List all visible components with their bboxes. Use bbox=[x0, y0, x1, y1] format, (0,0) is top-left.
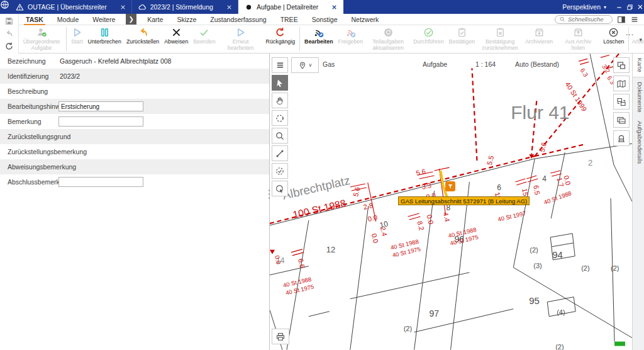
menu-item-zustandserfassung[interactable]: Zustandserfassung bbox=[203, 14, 273, 25]
form-row-abschlussbemerkung: Abschlussbemerkung bbox=[0, 174, 269, 189]
map-pin-dropdown[interactable]: ∨ bbox=[291, 57, 319, 73]
toolbar-button-bearbeiten[interactable]: Bearbeiten bbox=[302, 25, 335, 53]
tab-outage[interactable]: OUTAGE | Übersichtsreiter bbox=[9, 0, 132, 14]
menu-item-task[interactable]: TASK bbox=[19, 14, 50, 25]
rotate-selection-tool[interactable] bbox=[272, 110, 288, 126]
map-parcel-number: (2) bbox=[404, 325, 412, 332]
toolbar-overflow-dots[interactable]: ... bbox=[626, 28, 634, 37]
toolbar-button-label: Bearbeiten bbox=[304, 39, 333, 45]
close-tab-icon[interactable] bbox=[331, 4, 338, 11]
search-icon bbox=[559, 16, 565, 23]
overview-map-button[interactable] bbox=[613, 76, 630, 91]
map-print-button[interactable] bbox=[272, 329, 289, 344]
quick-search-box[interactable] bbox=[555, 15, 613, 24]
toolbar-button-durchfuehren[interactable]: Durchführen bbox=[411, 25, 446, 53]
city-buildings-icon bbox=[616, 133, 626, 144]
toolbar-button-start[interactable]: Start bbox=[69, 25, 86, 53]
toolbar-button-aus-archiv-holen[interactable]: Aus Archiv holen bbox=[555, 25, 601, 53]
map-label-red: 0.0 bbox=[274, 255, 282, 265]
printer-icon bbox=[275, 332, 286, 342]
measure-tool[interactable] bbox=[272, 145, 288, 161]
images-button[interactable] bbox=[613, 112, 630, 128]
sync-views-button[interactable] bbox=[613, 94, 630, 110]
tab-stoermeldung[interactable]: 2023/2 | Störmeldung bbox=[132, 0, 238, 14]
toolbar-button-erneut-bearbeiten[interactable]: Erneut bearbeiten bbox=[218, 25, 264, 53]
map-line bbox=[516, 182, 526, 185]
form-row-identifizierung: Identifizierung2023/2 bbox=[0, 69, 269, 84]
toolbar-button-unterbrechen[interactable]: Unterbrechen bbox=[86, 25, 124, 53]
layout-views-button[interactable] bbox=[613, 57, 630, 73]
bearbeitungshinweis-input[interactable] bbox=[58, 101, 143, 111]
map-line bbox=[580, 62, 589, 64]
select-tool[interactable] bbox=[272, 75, 288, 91]
menu-item-tree[interactable]: TREE bbox=[274, 14, 305, 25]
close-tab-icon[interactable] bbox=[226, 4, 233, 11]
tab-aufgabe[interactable]: Aufgabe | Detailreiter bbox=[238, 0, 343, 14]
map-auto-mode[interactable]: Auto (Bestand) bbox=[515, 60, 559, 68]
reject-x-icon bbox=[171, 27, 182, 38]
toolbar-separator bbox=[66, 27, 67, 51]
left-rail bbox=[0, 14, 19, 54]
map-label-gray: 2 bbox=[588, 158, 592, 167]
menu-item-sonstige[interactable]: Sonstige bbox=[305, 14, 345, 25]
toolbar-button-bestaetigung-zuruecknehmen[interactable]: Bestätigung zurücknehmen bbox=[477, 25, 523, 53]
menu-item-netzwerk[interactable]: Netzwerk bbox=[345, 14, 386, 25]
side-tab-karte[interactable]: Karte bbox=[633, 54, 644, 77]
minimize-button[interactable] bbox=[615, 3, 623, 11]
save-button[interactable] bbox=[4, 16, 14, 26]
verify-dashed-icon bbox=[275, 166, 285, 176]
verify-selection-tool[interactable] bbox=[272, 163, 288, 179]
field-label: Bemerkung bbox=[8, 118, 42, 125]
menu-item-skizze[interactable]: Skizze bbox=[170, 14, 203, 25]
toolbar-button-uebergeordnete-aufgabe[interactable]: Übergeordnete Aufgabe bbox=[19, 25, 64, 53]
map-parcel-number: 4 bbox=[542, 174, 547, 183]
side-tab-aufgabendetails[interactable]: Aufgabendetails bbox=[633, 116, 644, 168]
toolbar-button-abweisen[interactable]: Abweisen bbox=[162, 25, 191, 53]
toolbar-button-bestaetigen[interactable]: Bestätigen bbox=[447, 25, 478, 53]
pan-tool[interactable] bbox=[272, 93, 288, 108]
menu-item-module[interactable]: Module bbox=[50, 14, 86, 25]
select-cursor-icon bbox=[275, 78, 285, 88]
delete-circle-icon bbox=[608, 27, 619, 38]
menu-expand-button[interactable]: ❯ bbox=[126, 14, 136, 25]
right-side-tab-strip: KarteDokumenteAufgabendetails bbox=[632, 54, 644, 350]
lasso-select-tool[interactable] bbox=[272, 181, 288, 196]
toolbar-button-loeschen[interactable]: Löschen bbox=[601, 25, 626, 53]
toolbar-button-teilaufgaben-aktualisieren[interactable]: Teilaufgaben aktualisieren bbox=[365, 25, 411, 53]
subtask-person-icon bbox=[36, 27, 47, 38]
undo-soft-button[interactable] bbox=[4, 29, 14, 38]
refresh-button[interactable] bbox=[4, 42, 14, 51]
toolbar-button-archivieren[interactable]: Archivieren bbox=[523, 25, 555, 53]
close-window-button[interactable] bbox=[636, 3, 644, 11]
unconfirm-clipboard-icon bbox=[495, 27, 506, 38]
map-scale-value[interactable]: 1 : 164 bbox=[475, 60, 496, 68]
toolbar-button-rueckgaengig[interactable]: Rückgängig bbox=[264, 25, 297, 53]
menu-item-weitere[interactable]: Weitere bbox=[86, 14, 122, 25]
map-line bbox=[451, 182, 470, 350]
map-view[interactable]: Flur 41Albrechtplatz142121086496979495(2… bbox=[270, 54, 632, 350]
map-layers-menu-button[interactable] bbox=[272, 57, 288, 73]
perspectives-dropdown[interactable]: Perspektiven ▾ bbox=[556, 3, 613, 11]
close-tab-icon[interactable] bbox=[119, 4, 126, 11]
city-model-button[interactable] bbox=[613, 130, 630, 146]
map-label-gray: Albrechtplatz bbox=[281, 174, 351, 202]
search-input[interactable] bbox=[568, 16, 608, 23]
toolbar-chevron-icon[interactable]: ▾ bbox=[639, 37, 642, 43]
confirm-clipboard-icon bbox=[457, 27, 467, 38]
abschlussbemerkung-input[interactable] bbox=[58, 177, 143, 187]
side-tab-dokumente[interactable]: Dokumente bbox=[633, 77, 644, 117]
selected-feature-marker[interactable] bbox=[445, 181, 455, 191]
toolbar-button-beenden[interactable]: Beenden bbox=[191, 25, 218, 53]
hamburger-menu-icon[interactable] bbox=[630, 15, 639, 24]
panel-toggle-icon[interactable] bbox=[617, 15, 626, 24]
toolbar-button-label: Beenden bbox=[193, 39, 215, 45]
toolbar-button-zurueckstellen[interactable]: Zurückstellen bbox=[124, 25, 162, 53]
field-label: Zurückstellungsgrund bbox=[8, 133, 70, 140]
menu-item-karte[interactable]: Karte bbox=[140, 14, 170, 25]
zoom-tool[interactable] bbox=[272, 128, 288, 144]
restore-button[interactable] bbox=[626, 3, 634, 11]
bemerkung-input[interactable] bbox=[58, 116, 143, 127]
toolbar-button-freigeben[interactable]: Freigeben bbox=[336, 25, 366, 53]
map-parcel-number: 94 bbox=[552, 249, 563, 260]
measure-icon bbox=[275, 149, 285, 159]
